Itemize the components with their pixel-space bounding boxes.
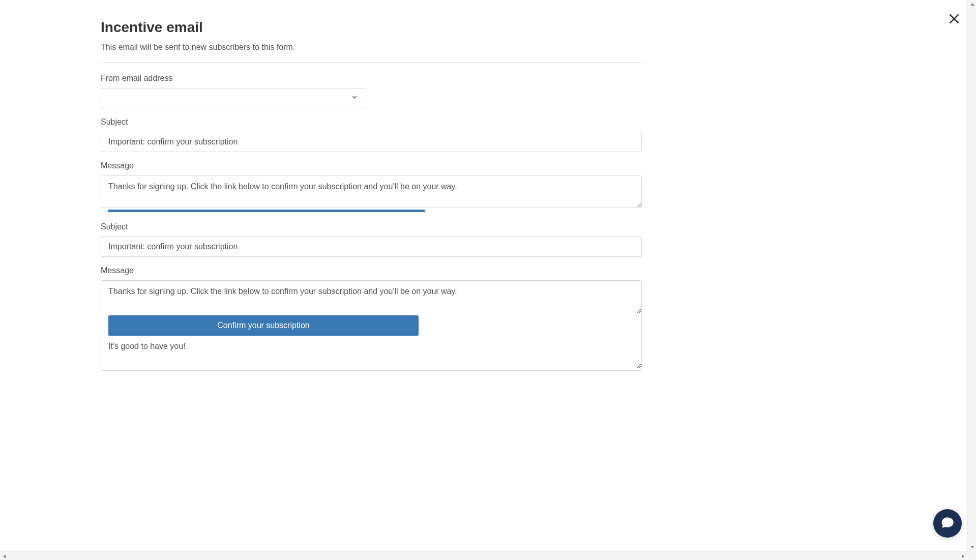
close-button[interactable] bbox=[948, 12, 961, 27]
page-subtitle: This email will be sent to new subscribe… bbox=[101, 43, 642, 52]
subject-input-2[interactable] bbox=[101, 237, 642, 257]
subject-label-1: Subject bbox=[101, 117, 642, 127]
chat-icon bbox=[940, 515, 955, 532]
email-preview-box: Thanks for signing up. Click the link be… bbox=[101, 280, 642, 371]
chat-widget-button[interactable] bbox=[933, 509, 962, 538]
message-textarea-top[interactable]: Thanks for signing up. Click the link be… bbox=[101, 281, 641, 313]
subject-group-1: Subject bbox=[101, 117, 642, 152]
horizontal-scrollbar[interactable] bbox=[0, 551, 967, 560]
message-group-1: Message Thanks for signing up. Click the… bbox=[101, 161, 642, 210]
scroll-up-arrow-icon[interactable] bbox=[968, 0, 976, 9]
message-label-2: Message bbox=[101, 266, 642, 275]
from-email-group: From email address bbox=[101, 74, 642, 108]
subject-input-1[interactable] bbox=[101, 132, 642, 152]
from-email-label: From email address bbox=[101, 74, 642, 83]
message-textarea-1[interactable]: Thanks for signing up. Click the link be… bbox=[101, 175, 642, 208]
close-icon bbox=[948, 18, 961, 27]
modal-content: Incentive email This email will be sent … bbox=[0, 0, 743, 371]
subject-label-2: Subject bbox=[101, 222, 642, 231]
vertical-scrollbar[interactable] bbox=[967, 0, 976, 551]
scrollbar-corner bbox=[967, 551, 976, 560]
from-email-select-wrapper bbox=[101, 88, 366, 108]
subject-group-2: Subject bbox=[101, 222, 642, 257]
confirm-subscription-button[interactable]: Confirm your subscription bbox=[108, 315, 419, 336]
divider bbox=[101, 62, 642, 63]
message-label-1: Message bbox=[101, 161, 642, 170]
scroll-down-arrow-icon[interactable] bbox=[968, 543, 976, 551]
message-textarea-bottom[interactable]: It's good to have you! bbox=[101, 336, 641, 368]
scroll-right-arrow-icon[interactable] bbox=[959, 552, 967, 560]
page-title: Incentive email bbox=[101, 19, 642, 36]
confirm-button-wrapper: Confirm your subscription bbox=[101, 315, 641, 336]
message-group-2: Message Thanks for signing up. Click the… bbox=[101, 266, 642, 371]
from-email-select[interactable] bbox=[101, 88, 366, 108]
incentive-email-modal: Incentive email This email will be sent … bbox=[0, 0, 976, 560]
scroll-left-arrow-icon[interactable] bbox=[0, 552, 9, 560]
